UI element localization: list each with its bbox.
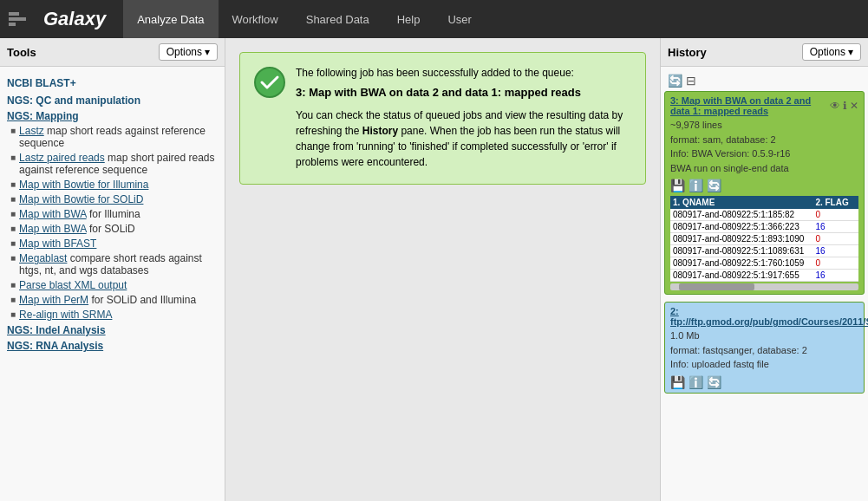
header: Galaxy Analyze Data Workflow Shared Data… — [0, 0, 868, 38]
table-cell: 080917-and-080922:5:1:760:1059 — [670, 257, 813, 270]
table-cell: 080917-and-080922:5:1:366:223 — [670, 221, 813, 233]
logo: Galaxy — [9, 8, 106, 30]
history-item-2: 2: ftp://ftp.gmod.org/pub/gmod/Courses/2… — [664, 302, 865, 394]
info-circle-icon[interactable]: ℹ️ — [689, 375, 703, 389]
success-notification: The following job has been successfully … — [239, 52, 646, 185]
table-cell — [853, 233, 858, 245]
history-item-1-run: BWA run on single-end data — [670, 161, 858, 176]
table-cell: 080917-and-080922:5:1:1089:631 — [670, 245, 813, 257]
history-panel: History Options ▾ 🔄 ⊟ 3: Map with BWA on… — [660, 38, 868, 501]
history-item-2-header: 2: ftp://ftp.gmod.org/pub/gmod/Courses/2… — [670, 306, 858, 327]
tool-perm[interactable]: Map with PerM — [19, 294, 88, 306]
galaxy-logo-icon — [9, 9, 36, 29]
success-content: The following job has been successfully … — [296, 67, 631, 170]
tools-panel-header: Tools Options ▾ — [0, 38, 225, 67]
tool-bowtie-illumina[interactable]: Map with Bowtie for Illumina — [19, 179, 148, 191]
tool-bwa-solid[interactable]: Map with BWA — [19, 223, 87, 235]
eye-icon[interactable]: 👁 — [830, 100, 840, 112]
nav-shared-data[interactable]: Shared Data — [292, 0, 383, 38]
list-item: ■ Map with BWA for Illumina — [7, 208, 218, 220]
history-item-2-size: 1.0 Mb — [670, 329, 858, 343]
table-row: 080917-and-080922:5:1:917:655 16 — [670, 270, 858, 282]
history-top-icons: 🔄 ⊟ — [664, 72, 865, 91]
info-icon[interactable]: ℹ — [843, 100, 847, 112]
table-scrollbar[interactable] — [670, 283, 858, 290]
table-cell: 0 — [813, 209, 852, 221]
tools-panel: Tools Options ▾ NCBI BLAST+ NGS: QC and … — [0, 38, 225, 501]
info-circle-icon[interactable]: ℹ️ — [689, 179, 703, 192]
bullet-icon: ■ — [10, 309, 16, 319]
refresh-small-icon[interactable]: 🔄 — [707, 375, 721, 389]
bullet-icon: ■ — [10, 295, 16, 304]
tools-panel-title: Tools — [7, 46, 36, 59]
tools-subsection-rna[interactable]: NGS: Indel Analysis — [7, 324, 218, 336]
history-item-1-header: 3: Map with BWA on data 2 and data 1: ma… — [670, 95, 858, 116]
tool-lastz-paired[interactable]: Lastz paired reads — [19, 152, 105, 164]
nav-analyze-data[interactable]: Analyze Data — [123, 0, 218, 38]
table-cell: 080917-and-080922:5:1:893:1090 — [670, 233, 813, 245]
history-options-button[interactable]: Options ▾ — [802, 43, 861, 61]
history-item-1-info: Info: BWA Version: 0.5.9-r16 — [670, 146, 858, 161]
tool-lastz[interactable]: Lastz — [19, 125, 44, 137]
table-cell — [853, 257, 858, 270]
list-item: ■ Map with PerM for SOLiD and Illumina — [7, 294, 218, 306]
table-cell — [853, 270, 858, 282]
tools-section-blast[interactable]: NCBI BLAST+ — [7, 77, 218, 89]
table-cell: 0 — [813, 233, 852, 245]
table-scrollbar-thumb — [679, 283, 754, 290]
list-item: ■ Map with BFAST — [7, 237, 218, 250]
bullet-icon: ■ — [10, 153, 16, 162]
tools-subsection-sam[interactable]: NGS: RNA Analysis — [7, 340, 218, 352]
bullet-icon: ■ — [10, 224, 16, 233]
tools-list: NCBI BLAST+ NGS: QC and manipulation NGS… — [0, 67, 225, 501]
save-icon[interactable]: 💾 — [670, 375, 685, 389]
chevron-down-icon: ▾ — [205, 46, 210, 58]
close-icon[interactable]: ✕ — [850, 100, 858, 112]
history-collapse-icon[interactable]: ⊟ — [686, 74, 696, 88]
tools-options-button[interactable]: Options ▾ — [159, 43, 218, 61]
history-item-1: 3: Map with BWA on data 2 and data 1: ma… — [664, 91, 865, 295]
main-layout: Tools Options ▾ NCBI BLAST+ NGS: QC and … — [0, 38, 868, 501]
tool-bowtie-solid[interactable]: Map with Bowtie for SOLiD — [19, 193, 143, 205]
table-row: 080917-and-080922:5:1:1089:631 16 — [670, 245, 858, 257]
nav-user[interactable]: User — [434, 0, 485, 38]
logo-text: Galaxy — [43, 8, 106, 30]
tool-srma[interactable]: Re-align with SRMA — [19, 309, 112, 321]
table-cell: 16 — [813, 245, 852, 257]
list-item: ■ Re-align with SRMA — [7, 309, 218, 321]
refresh-small-icon[interactable]: 🔄 — [707, 179, 721, 192]
svg-point-3 — [255, 68, 284, 97]
history-item-1-title[interactable]: 3: Map with BWA on data 2 and data 1: ma… — [670, 95, 830, 116]
list-item: ■ Megablast compare short reads against … — [7, 252, 218, 277]
nav-workflow[interactable]: Workflow — [219, 0, 292, 38]
tool-parse-blast[interactable]: Parse blast XML output — [19, 279, 127, 291]
nav-help[interactable]: Help — [383, 0, 434, 38]
history-item-2-actions: 💾 ℹ️ 🔄 — [670, 375, 858, 389]
history-item-2-meta: 1.0 Mb format: fastqsanger, database: 2 … — [670, 329, 858, 372]
table-cell: 0 — [813, 257, 852, 270]
list-item: ■ Map with Bowtie for Illumina — [7, 179, 218, 191]
table-col3-header — [853, 196, 858, 209]
tools-options-label: Options — [166, 46, 202, 58]
tools-section-qc[interactable]: NGS: QC and manipulation — [7, 94, 218, 107]
tool-megablast[interactable]: Megablast — [19, 252, 67, 264]
list-item: ■ Parse blast XML output — [7, 279, 218, 291]
table-row: 080917-and-080922:5:1:185:82 0 — [670, 209, 858, 221]
history-panel-header: History Options ▾ — [661, 38, 868, 67]
save-icon[interactable]: 💾 — [670, 179, 685, 192]
success-job-title: 3: Map with BWA on data 2 and data 1: ma… — [296, 86, 631, 99]
table-cell: 16 — [813, 270, 852, 282]
history-refresh-icon[interactable]: 🔄 — [668, 74, 682, 88]
tools-subsection-mapping[interactable]: NGS: Mapping — [7, 110, 218, 122]
tool-bfast[interactable]: Map with BFAST — [19, 237, 96, 250]
bullet-icon: ■ — [10, 209, 16, 218]
history-item-1-lines: ~9,978 lines — [670, 118, 858, 133]
history-item-2-title[interactable]: 2: ftp://ftp.gmod.org/pub/gmod/Courses/2… — [670, 306, 868, 327]
tool-bwa-illumina[interactable]: Map with BWA — [19, 208, 87, 220]
list-item: ■ Map with Bowtie for SOLiD — [7, 193, 218, 205]
table-row: 080917-and-080922:5:1:760:1059 0 — [670, 257, 858, 270]
table-cell: 16 — [813, 221, 852, 233]
svg-rect-1 — [9, 17, 26, 21]
chevron-down-icon: ▾ — [848, 46, 853, 58]
table-cell: 080917-and-080922:5:1:185:82 — [670, 209, 813, 221]
